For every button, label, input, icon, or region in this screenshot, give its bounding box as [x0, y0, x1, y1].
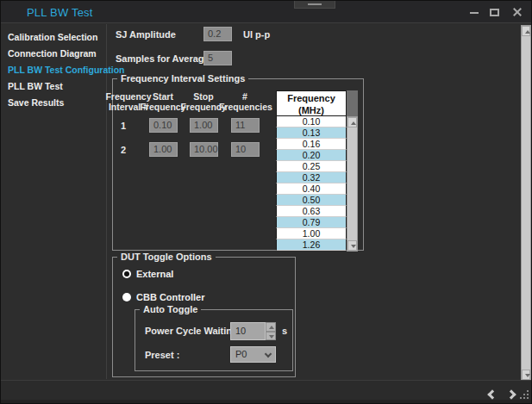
table-scroll-up-button[interactable] — [347, 117, 357, 127]
cbb-controller-radio[interactable] — [122, 293, 131, 301]
maximize-icon — [490, 9, 499, 16]
external-radio-label[interactable]: External — [136, 269, 173, 279]
power-cycle-waiting-label: Power Cycle Waiting : — [145, 326, 244, 336]
frequency-row[interactable]: 1.00 — [276, 228, 347, 239]
spinner-up-button[interactable] — [266, 322, 276, 332]
frequency-row[interactable]: 0.32 — [276, 172, 347, 183]
frequency-row[interactable]: 0.25 — [276, 161, 347, 172]
sidebar-item-connection-diagram[interactable]: Connection Diagram — [8, 48, 97, 62]
close-button[interactable] — [509, 5, 524, 19]
window-title: PLL BW Test — [27, 6, 93, 19]
minimize-button[interactable] — [466, 5, 482, 19]
frequency-table-header: Frequency (MHz) — [276, 90, 347, 116]
sidebar-item-save-results[interactable]: Save Results — [8, 97, 64, 111]
sj-amplitude-label: SJ Amplitude — [116, 29, 176, 40]
pll-bw-test-window: PLL BW Test Calibration Selection Connec… — [0, 0, 532, 404]
content-scroll-down-button[interactable] — [522, 370, 530, 380]
frequency-row[interactable]: 1.26 — [276, 239, 347, 251]
content-scroll-up-button[interactable] — [522, 26, 530, 36]
close-icon — [512, 8, 521, 16]
samples-for-averaging-input[interactable]: 5 — [203, 51, 232, 65]
frequency-row[interactable]: 0.13 — [276, 127, 347, 139]
preset-dropdown[interactable]: P0 — [230, 346, 276, 363]
frequency-interval-settings-group: Frequency Interval Settings Frequency In… — [112, 78, 364, 251]
chevron-down-icon — [265, 351, 272, 357]
nav-next-button[interactable] — [508, 386, 520, 398]
caret-up-icon — [351, 121, 356, 125]
spinner-down-button[interactable] — [266, 332, 276, 341]
dut-toggle-options-group: DUT Toggle Options External CBB Controll… — [112, 257, 296, 377]
dock-handle-dash-icon — [308, 3, 322, 5]
chevron-right-icon — [506, 389, 516, 399]
caret-up-icon — [525, 30, 530, 34]
external-radio[interactable] — [122, 270, 131, 278]
interval-2-index: 2 — [121, 145, 126, 155]
content-scrollbar[interactable] — [521, 25, 531, 381]
auto-toggle-group: Auto Toggle Power Cycle Waiting : 10 s P… — [135, 309, 293, 371]
caret-down-icon — [269, 335, 274, 339]
chevron-left-icon — [487, 389, 497, 399]
interval-2-count-input[interactable]: 10 — [231, 142, 260, 157]
table-scrollbar[interactable] — [347, 116, 358, 252]
frequency-row[interactable]: 0.63 — [276, 206, 347, 217]
table-scrollbar-spacer — [347, 90, 358, 116]
sidebar-item-pll-bw-test[interactable]: PLL BW Test — [8, 81, 63, 95]
minimize-icon — [470, 12, 479, 14]
power-cycle-waiting-input[interactable]: 10 — [230, 322, 266, 340]
interval-2-start-input[interactable]: 1.00 — [149, 142, 178, 157]
auto-toggle-title: Auto Toggle — [140, 304, 201, 314]
interval-1-stop-input[interactable]: 1.00 — [190, 118, 218, 133]
power-cycle-waiting-spinner — [266, 322, 276, 340]
power-cycle-waiting-unit: s — [282, 326, 287, 336]
table-scroll-down-button[interactable] — [347, 240, 357, 251]
interval-1-start-input[interactable]: 0.10 — [149, 118, 178, 133]
cbb-controller-radio-label[interactable]: CBB Controller — [136, 292, 204, 302]
window-bottom-edge — [1, 400, 531, 404]
frequency-row[interactable]: 0.79 — [276, 217, 347, 228]
interval-2-stop-input[interactable]: 10.00 — [190, 142, 218, 157]
resize-grip-icon[interactable] — [520, 390, 529, 400]
preset-dropdown-value: P0 — [235, 349, 247, 359]
caret-up-icon — [269, 326, 274, 329]
titlebar: PLL BW Test — [1, 1, 531, 23]
sidebar-item-calibration-selection[interactable]: Calibration Selection — [8, 32, 97, 46]
column-header-num-frequencies: # Frequencies — [219, 91, 271, 112]
interval-1-index: 1 — [121, 121, 126, 131]
caret-down-icon — [525, 374, 530, 377]
nav-previous-button[interactable] — [489, 386, 501, 398]
sj-amplitude-input[interactable]: 0.2 — [203, 27, 232, 41]
preset-label: Preset : — [145, 350, 179, 360]
maximize-button[interactable] — [487, 5, 503, 19]
sidebar: Calibration Selection Connection Diagram… — [1, 24, 107, 379]
dock-handle[interactable] — [294, 1, 335, 9]
interval-1-count-input[interactable]: 11 — [231, 118, 260, 133]
frequency-interval-settings-title: Frequency Interval Settings — [117, 73, 248, 84]
frequency-row[interactable]: 0.50 — [276, 195, 347, 206]
frequency-row[interactable]: 0.16 — [276, 139, 347, 150]
frequency-row[interactable]: 0.40 — [276, 183, 347, 195]
dut-toggle-options-title: DUT Toggle Options — [117, 252, 216, 262]
frequency-row[interactable]: 0.20 — [276, 150, 347, 161]
sj-amplitude-unit: UI p-p — [243, 29, 270, 40]
frequency-row[interactable]: 0.10 — [276, 116, 347, 127]
bottom-bar — [1, 380, 531, 400]
sidebar-item-pll-bw-test-configuration[interactable]: PLL BW Test Configuration — [8, 65, 125, 78]
caret-down-icon — [351, 245, 356, 248]
